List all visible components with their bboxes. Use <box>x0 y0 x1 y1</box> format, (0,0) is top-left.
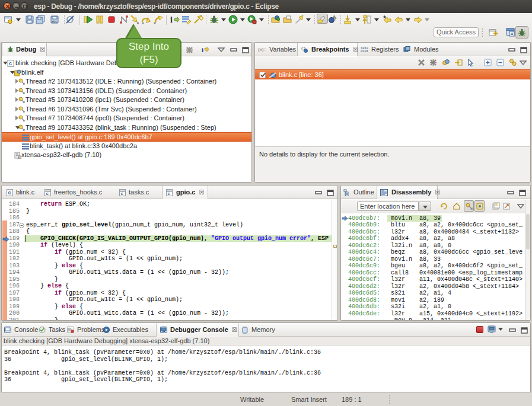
svg-text:c: c <box>8 190 11 196</box>
svg-text:i: i <box>170 15 173 24</box>
svg-text:c: c <box>46 191 49 196</box>
svg-text:c: c <box>9 60 12 66</box>
svg-text:abc: abc <box>52 20 58 23</box>
svg-text:0101: 0101 <box>361 50 368 53</box>
svg-text:i: i <box>202 46 203 53</box>
svg-text:c: c <box>168 191 171 196</box>
svg-text:c: c <box>121 191 124 196</box>
svg-text:(x)=: (x)= <box>258 47 266 52</box>
